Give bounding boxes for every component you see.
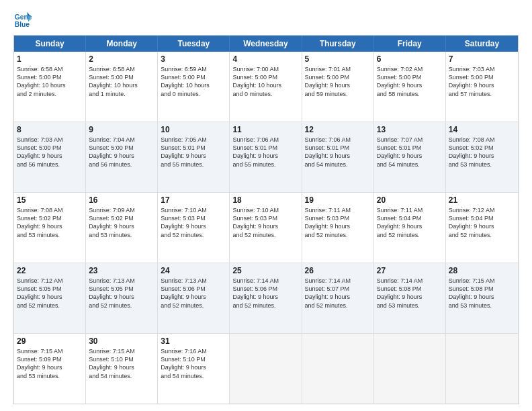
cell-line: and 52 minutes. (305, 231, 371, 239)
cell-line: Sunset: 5:01 PM (377, 144, 443, 152)
cell-line: and 52 minutes. (449, 231, 515, 239)
cell-line: and 58 minutes. (377, 90, 443, 98)
calendar-row-5: 29Sunrise: 7:15 AMSunset: 5:09 PMDayligh… (14, 333, 518, 404)
cell-line: Daylight: 9 hours (232, 293, 298, 301)
page: General Blue SundayMondayTuesdayWednesda… (0, 0, 532, 411)
logo: General Blue (13, 11, 35, 30)
cell-line: Sunset: 5:00 PM (305, 73, 371, 81)
calendar-cell-1-1: 1Sunrise: 6:58 AMSunset: 5:00 PMDaylight… (14, 52, 86, 122)
cell-line: Sunrise: 6:59 AM (161, 65, 226, 73)
cell-line: Sunrise: 7:05 AM (161, 136, 226, 144)
cell-line: and 54 minutes. (377, 161, 443, 169)
cell-line: Sunset: 5:10 PM (161, 355, 226, 363)
cell-line: Sunset: 5:07 PM (305, 285, 371, 293)
day-number: 19 (305, 195, 371, 205)
cell-line: Daylight: 9 hours (377, 152, 443, 160)
calendar-cell-5-3: 31Sunrise: 7:16 AMSunset: 5:10 PMDayligh… (158, 334, 230, 404)
cell-line: Sunrise: 7:12 AM (449, 206, 515, 214)
cell-line: and 54 minutes. (161, 372, 226, 380)
cell-line: Sunrise: 7:07 AM (377, 136, 443, 144)
cell-line: Sunset: 5:00 PM (449, 73, 515, 81)
day-number: 1 (17, 54, 83, 64)
cell-line: Sunset: 5:03 PM (161, 214, 226, 222)
cell-line: Sunrise: 7:04 AM (89, 136, 154, 144)
calendar-cell-5-4 (230, 334, 302, 404)
cell-line: and 53 minutes. (17, 372, 83, 380)
calendar-cell-1-3: 3Sunrise: 6:59 AMSunset: 5:00 PMDaylight… (158, 52, 230, 122)
calendar-cell-3-5: 19Sunrise: 7:11 AMSunset: 5:03 PMDayligh… (302, 193, 374, 263)
calendar-body: 1Sunrise: 6:58 AMSunset: 5:00 PMDaylight… (14, 52, 518, 404)
cell-line: Daylight: 9 hours (449, 152, 515, 160)
cell-line: and 52 minutes. (377, 231, 443, 239)
cell-line: and 1 minute. (89, 90, 154, 98)
day-number: 4 (232, 54, 298, 64)
day-number: 14 (449, 124, 515, 135)
cell-line: Sunrise: 7:14 AM (377, 277, 443, 285)
cell-line: and 53 minutes. (89, 231, 154, 239)
cell-line: Sunrise: 7:03 AM (449, 65, 515, 73)
cell-line: and 0 minutes. (232, 90, 298, 98)
calendar-header: SundayMondayTuesdayWednesdayThursdayFrid… (14, 36, 518, 52)
cell-line: Daylight: 9 hours (89, 222, 154, 230)
cell-line: and 52 minutes. (232, 231, 298, 239)
day-number: 8 (17, 124, 83, 135)
day-number: 13 (377, 124, 443, 135)
cell-line: Sunrise: 7:13 AM (89, 277, 154, 285)
cell-line: and 52 minutes. (161, 231, 226, 239)
calendar-cell-1-2: 2Sunrise: 6:58 AMSunset: 5:00 PMDaylight… (86, 52, 158, 122)
cell-line: and 59 minutes. (305, 90, 371, 98)
calendar-row-2: 8Sunrise: 7:03 AMSunset: 5:00 PMDaylight… (14, 122, 518, 192)
day-number: 23 (89, 265, 154, 276)
calendar-cell-2-3: 10Sunrise: 7:05 AMSunset: 5:01 PMDayligh… (158, 122, 230, 192)
calendar-cell-2-5: 12Sunrise: 7:06 AMSunset: 5:01 PMDayligh… (302, 122, 374, 192)
svg-text:Blue: Blue (15, 21, 30, 28)
calendar-cell-2-2: 9Sunrise: 7:04 AMSunset: 5:00 PMDaylight… (86, 122, 158, 192)
cell-line: Sunset: 5:02 PM (89, 214, 154, 222)
cell-line: Daylight: 10 hours (161, 81, 226, 89)
cell-line: Sunrise: 7:09 AM (89, 206, 154, 214)
cell-line: Daylight: 9 hours (232, 152, 298, 160)
cell-line: Sunset: 5:00 PM (89, 144, 154, 152)
calendar-cell-5-7 (446, 334, 518, 404)
day-number: 30 (89, 336, 154, 347)
cell-line: Daylight: 9 hours (232, 222, 298, 230)
cell-line: and 52 minutes. (17, 302, 83, 310)
cell-line: Sunset: 5:04 PM (377, 214, 443, 222)
calendar-row-1: 1Sunrise: 6:58 AMSunset: 5:00 PMDaylight… (14, 52, 518, 122)
cell-line: Sunset: 5:00 PM (17, 73, 83, 81)
day-number: 21 (449, 195, 515, 205)
cell-line: Sunset: 5:00 PM (161, 73, 226, 81)
day-number: 20 (377, 195, 443, 205)
day-number: 10 (161, 124, 226, 135)
calendar-cell-2-7: 14Sunrise: 7:08 AMSunset: 5:02 PMDayligh… (446, 122, 518, 192)
cell-line: Sunrise: 7:15 AM (17, 347, 83, 355)
cell-line: Daylight: 10 hours (89, 81, 154, 89)
day-number: 24 (161, 265, 226, 276)
cell-line: Sunrise: 6:58 AM (17, 65, 83, 73)
cell-line: and 52 minutes. (89, 302, 154, 310)
cell-line: Daylight: 9 hours (377, 293, 443, 301)
cell-line: Sunrise: 6:58 AM (89, 65, 154, 73)
cell-line: and 55 minutes. (161, 161, 226, 169)
cell-line: Sunrise: 7:10 AM (161, 206, 226, 214)
logo-icon: General Blue (13, 11, 32, 30)
cell-line: and 53 minutes. (17, 231, 83, 239)
cell-line: Sunrise: 7:01 AM (305, 65, 371, 73)
calendar-cell-2-6: 13Sunrise: 7:07 AMSunset: 5:01 PMDayligh… (374, 122, 446, 192)
cell-line: Daylight: 10 hours (232, 81, 298, 89)
cell-line: and 53 minutes. (377, 302, 443, 310)
cell-line: Daylight: 9 hours (17, 222, 83, 230)
cell-line: Sunset: 5:03 PM (305, 214, 371, 222)
cell-line: Daylight: 9 hours (161, 293, 226, 301)
cell-line: and 55 minutes. (232, 161, 298, 169)
calendar-cell-2-1: 8Sunrise: 7:03 AMSunset: 5:00 PMDaylight… (14, 122, 86, 192)
cell-line: Sunset: 5:04 PM (449, 214, 515, 222)
cell-line: Sunrise: 7:14 AM (305, 277, 371, 285)
cell-line: Sunset: 5:00 PM (17, 144, 83, 152)
cell-line: Sunset: 5:00 PM (89, 73, 154, 81)
calendar-cell-5-6 (374, 334, 446, 404)
cell-line: and 0 minutes. (161, 90, 226, 98)
cell-line: Sunrise: 7:08 AM (17, 206, 83, 214)
day-number: 31 (161, 336, 226, 347)
calendar-cell-3-1: 15Sunrise: 7:08 AMSunset: 5:02 PMDayligh… (14, 193, 86, 263)
